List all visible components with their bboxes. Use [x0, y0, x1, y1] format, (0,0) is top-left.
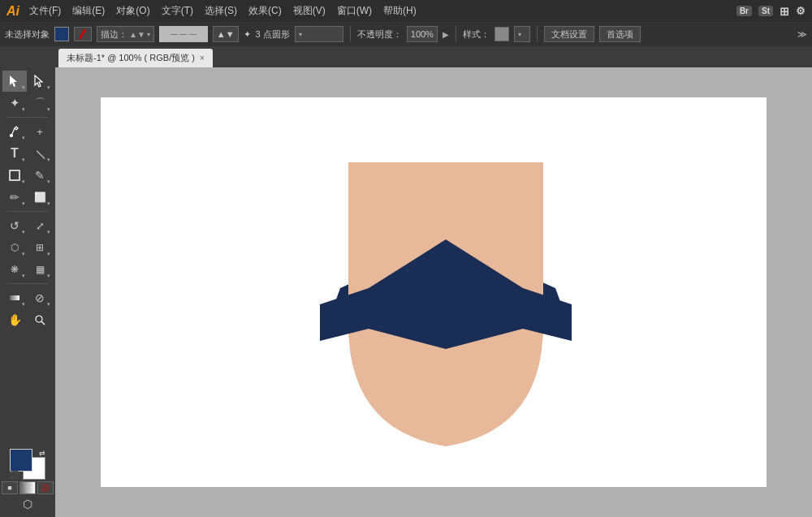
opacity-label: 不透明度： [357, 28, 402, 41]
menu-edit[interactable]: 编辑(E) [72, 4, 105, 18]
menu-window[interactable]: 窗口(W) [337, 4, 372, 18]
symbol-spray-tool[interactable]: ❋ ▾ [2, 259, 27, 280]
graph-tool[interactable]: ▦ ▾ [28, 259, 52, 280]
zoom-tool[interactable] [28, 309, 52, 330]
tool-row-2: ✦ ▾ ⌒ ▾ [2, 93, 53, 114]
point-circle-dropdown[interactable]: ▾ [295, 26, 343, 42]
tool-row-8: ⬡ ▾ ⊞ ▾ [2, 237, 53, 258]
main-area: ▾ ▾ ✦ ▾ ⌒ ▾ [0, 67, 812, 517]
tool-row-3: ▾ + [2, 121, 53, 142]
menu-text[interactable]: 文字(T) [162, 4, 193, 18]
document-tab[interactable]: 未标题-1* @ 100% ( RGB/预览 ) × [58, 49, 213, 67]
screen-mode-button[interactable]: ⬡ [16, 498, 39, 511]
tool-separator-3 [7, 283, 48, 284]
eyedropper-tool[interactable]: ⊘ ▾ [28, 287, 52, 308]
hand-tool[interactable]: ✋ [2, 309, 27, 330]
svg-marker-2 [35, 75, 42, 87]
title-bar: Ai 文件(F) 编辑(E) 对象(O) 文字(T) 选择(S) 效果(C) 视… [0, 0, 812, 22]
warp-tool[interactable]: ⬡ ▾ [2, 237, 27, 258]
rect-tool[interactable]: ▾ [2, 165, 27, 186]
gradient-fill-mode[interactable]: ◻ [19, 481, 36, 494]
eraser-tool[interactable]: ⬜ ▾ [28, 187, 52, 208]
color-mode-icons: ■ ◻ ∅ [2, 481, 54, 494]
arrange-icon[interactable]: ⚙ [796, 5, 806, 17]
tool-row-1: ▾ ▾ [2, 71, 53, 92]
tool-row-9: ❋ ▾ ▦ ▾ [2, 259, 53, 280]
tab-bar: 未标题-1* @ 100% ( RGB/预览 ) × [0, 46, 812, 67]
bridge-icon[interactable]: Br [736, 6, 752, 16]
direct-select-tool[interactable]: ▾ [28, 71, 52, 92]
tool-row-11: ✋ [2, 309, 53, 330]
no-fill-mode[interactable]: ∅ [37, 481, 54, 494]
color-swatches: ⇄ ⬛ ■ ◻ ∅ ⬡ [0, 446, 57, 514]
options-more-icon[interactable]: ≫ [797, 29, 807, 40]
svg-line-7 [41, 321, 45, 325]
opacity-arrow[interactable]: ▶ [443, 30, 449, 39]
text-tool[interactable]: T ▾ [2, 143, 27, 164]
blend-tool[interactable]: ⊞ ▾ [28, 237, 52, 258]
select-tool[interactable]: ▾ [2, 71, 27, 92]
stroke-label: 描边： [101, 28, 127, 41]
options-bar: 未选择对象 描边： ▲▼ ▾ — — — ▲▼ ✦ 3 点圆形 ▾ 不透明度： … [0, 22, 812, 46]
tool-row-10: ▾ ⊘ ▾ [2, 287, 53, 308]
tool-separator-2 [7, 211, 48, 212]
illustration [316, 162, 551, 438]
doc-settings-button[interactable]: 文档设置 [544, 26, 594, 42]
toolbar: ▾ ▾ ✦ ▾ ⌒ ▾ [0, 67, 55, 517]
scale-tool[interactable]: ⤢ ▾ [28, 215, 52, 236]
menu-help[interactable]: 帮助(H) [383, 4, 417, 18]
screen-mode-row: ⬡ [16, 498, 39, 511]
svg-rect-5 [10, 295, 19, 300]
opacity-value[interactable]: 100% [407, 26, 438, 42]
color-fill-mode[interactable]: ■ [2, 481, 18, 494]
menu-select[interactable]: 选择(S) [205, 4, 237, 18]
gradient-tool[interactable]: ▾ [2, 287, 27, 308]
document-canvas [101, 97, 767, 487]
menu-view[interactable]: 视图(V) [293, 4, 326, 18]
canvas-area[interactable] [55, 67, 812, 517]
tool-row-6: ✏ ▾ ⬜ ▾ [2, 187, 53, 208]
swap-colors-icon[interactable]: ⇄ [39, 449, 45, 457]
pen-tool[interactable]: ▾ [2, 121, 27, 142]
menu-effect[interactable]: 效果(C) [248, 4, 282, 18]
fill-swatch[interactable] [54, 27, 69, 41]
tool-row-7: ↺ ▾ ⤢ ▾ [2, 215, 53, 236]
menu-object[interactable]: 对象(O) [116, 4, 149, 18]
no-selection-label: 未选择对象 [5, 28, 50, 41]
stroke-dropdown[interactable]: 描边： ▲▼ ▾ [97, 26, 154, 42]
magic-wand-tool[interactable]: ✦ ▾ [2, 93, 27, 114]
dot-pattern-box: — — — [159, 26, 208, 42]
tool-row-4: T ▾ | ▾ [2, 143, 53, 164]
pencil-tool[interactable]: ✏ ▾ [2, 187, 27, 208]
line-segment-tool[interactable]: | ▾ [28, 143, 52, 164]
lasso-tool[interactable]: ⌒ ▾ [28, 93, 52, 114]
menu-file[interactable]: 文件(F) [29, 4, 61, 18]
tool-row-5: ▾ ✎ ▾ [2, 165, 53, 186]
svg-point-6 [36, 316, 42, 322]
fill-stroke-swatches: ⇄ ⬛ [10, 449, 45, 480]
paintbrush-tool[interactable]: ✎ ▾ [28, 165, 52, 186]
stroke-width-box[interactable]: ▲▼ [213, 26, 239, 42]
style-label: 样式： [463, 28, 490, 41]
grid-icon[interactable]: ⊞ [780, 5, 789, 18]
add-anchor-tool[interactable]: + [28, 121, 52, 142]
svg-marker-1 [10, 75, 17, 87]
point-circle-label: 3 点圆形 [256, 28, 290, 41]
svg-point-3 [10, 134, 12, 136]
preferences-button[interactable]: 首选项 [599, 26, 641, 42]
title-right-icons: Br St ⊞ ⚙ [736, 5, 806, 18]
style-swatch[interactable] [495, 27, 509, 41]
tab-title: 未标题-1* @ 100% ( RGB/预览 ) [67, 52, 195, 64]
svg-rect-4 [10, 170, 19, 180]
stroke-icon[interactable] [74, 27, 92, 41]
tool-separator-1 [7, 117, 48, 118]
default-colors-icon[interactable]: ⬛ [10, 471, 19, 479]
stock-icon[interactable]: St [758, 6, 773, 16]
illustration-svg-clean [316, 162, 576, 463]
tab-close-button[interactable]: × [200, 54, 205, 62]
style-dropdown[interactable]: ▾ [514, 26, 530, 42]
rotate-tool[interactable]: ↺ ▾ [2, 215, 27, 236]
app-logo: Ai [6, 4, 19, 19]
menu-bar[interactable]: 文件(F) 编辑(E) 对象(O) 文字(T) 选择(S) 效果(C) 视图(V… [29, 4, 417, 18]
